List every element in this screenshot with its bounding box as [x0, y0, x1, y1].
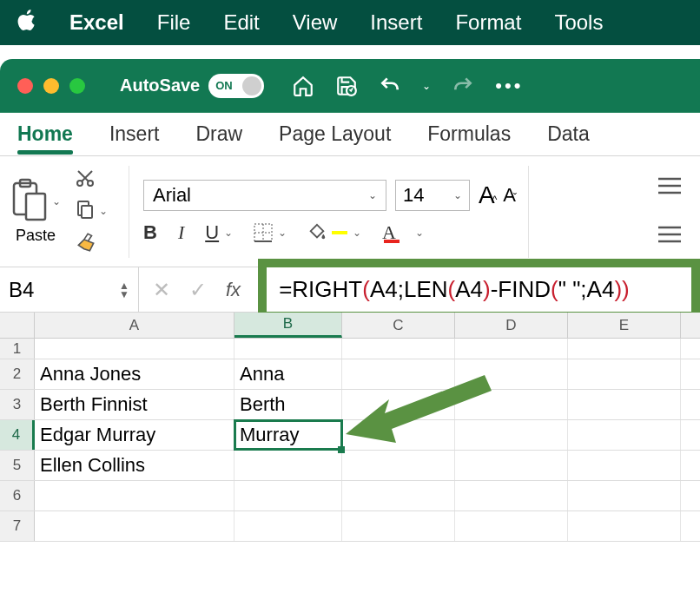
cell[interactable]: [455, 359, 568, 389]
row-header[interactable]: 2: [0, 359, 35, 389]
cell[interactable]: [455, 339, 568, 359]
cell[interactable]: [342, 511, 455, 541]
column-header-a[interactable]: A: [35, 313, 234, 338]
tab-home[interactable]: Home: [17, 122, 73, 146]
cell[interactable]: [234, 451, 342, 480]
cancel-icon[interactable]: ✕: [153, 278, 170, 302]
home-icon[interactable]: [292, 75, 314, 97]
app-name[interactable]: Excel: [69, 10, 124, 35]
chevron-down-icon: ⌄: [415, 227, 424, 239]
cell-selected[interactable]: Murray: [234, 420, 342, 450]
column-header-d[interactable]: D: [455, 313, 568, 338]
cell[interactable]: Anna Jones: [35, 359, 234, 389]
menu-format[interactable]: Format: [455, 10, 521, 35]
underline-button[interactable]: U ⌄: [205, 221, 233, 244]
cell[interactable]: [455, 451, 568, 480]
row-header[interactable]: 1: [0, 339, 35, 359]
bold-button[interactable]: B: [143, 221, 157, 244]
menu-insert[interactable]: Insert: [370, 10, 422, 35]
row-header[interactable]: 7: [0, 511, 35, 541]
font-size-select[interactable]: 14 ⌄: [395, 180, 470, 211]
menu-file[interactable]: File: [157, 10, 191, 35]
tab-draw[interactable]: Draw: [195, 122, 242, 146]
tab-formulas[interactable]: Formulas: [427, 122, 511, 146]
column-header-e[interactable]: E: [568, 313, 681, 338]
column-header-c[interactable]: C: [342, 313, 455, 338]
fill-color-button[interactable]: ⌄: [307, 223, 361, 242]
cell[interactable]: [568, 511, 681, 541]
minimize-window-button[interactable]: [43, 78, 59, 94]
cell[interactable]: [234, 511, 342, 541]
copy-icon[interactable]: [75, 199, 96, 223]
cell[interactable]: [342, 481, 455, 510]
zoom-window-button[interactable]: [69, 78, 85, 94]
autosave-toggle[interactable]: ON: [208, 74, 264, 98]
cell[interactable]: [568, 359, 681, 389]
menu-edit[interactable]: Edit: [223, 10, 259, 35]
cell[interactable]: [342, 339, 455, 359]
grid-body: 1 2 Anna Jones Anna 3 Berth Finnist Bert…: [0, 339, 700, 542]
cell[interactable]: Ellen Collins: [35, 451, 234, 480]
cell[interactable]: [342, 390, 455, 419]
cell[interactable]: Edgar Murray: [35, 420, 234, 450]
enter-icon[interactable]: ✓: [189, 278, 207, 302]
cell[interactable]: [568, 339, 681, 359]
row-header[interactable]: 4: [0, 420, 35, 450]
fx-icon[interactable]: fx: [226, 279, 241, 301]
cell[interactable]: Berth Finnist: [35, 390, 234, 419]
font-name-select[interactable]: Arial ⌄: [143, 180, 386, 211]
name-box[interactable]: ▲▼: [0, 267, 139, 312]
row-header[interactable]: 3: [0, 390, 35, 419]
font-color-button[interactable]: A ⌄: [382, 221, 424, 244]
cell[interactable]: Berth: [234, 390, 342, 419]
cell[interactable]: [568, 420, 681, 450]
undo-icon[interactable]: [379, 75, 401, 97]
cell[interactable]: [568, 481, 681, 510]
cell[interactable]: Anna: [234, 359, 342, 389]
borders-button[interactable]: ⌄: [254, 223, 287, 242]
copy-dropdown-icon[interactable]: ⌄: [99, 205, 108, 217]
save-icon[interactable]: [335, 75, 358, 97]
cell[interactable]: [35, 481, 234, 510]
cell[interactable]: [455, 481, 568, 510]
cell[interactable]: [455, 420, 568, 450]
select-all-corner[interactable]: [0, 313, 35, 338]
cell[interactable]: [234, 339, 342, 359]
menu-tools[interactable]: Tools: [554, 10, 603, 35]
close-window-button[interactable]: [17, 78, 33, 94]
cell[interactable]: [568, 390, 681, 419]
undo-dropdown-icon[interactable]: ⌄: [422, 80, 431, 92]
cell[interactable]: [568, 451, 681, 480]
paste-icon[interactable]: [10, 178, 47, 225]
cell[interactable]: [342, 451, 455, 480]
name-box-stepper[interactable]: ▲▼: [119, 281, 129, 299]
row-header[interactable]: 5: [0, 451, 35, 480]
grid-row: 1: [0, 339, 700, 359]
tab-page-layout[interactable]: Page Layout: [279, 122, 391, 146]
column-header-b[interactable]: B: [234, 313, 342, 338]
cell[interactable]: [342, 420, 455, 450]
name-box-input[interactable]: [9, 278, 87, 302]
tab-data[interactable]: Data: [547, 122, 590, 146]
cell[interactable]: [35, 339, 234, 359]
increase-font-icon[interactable]: A^: [479, 181, 494, 209]
apple-logo-icon[interactable]: [16, 9, 36, 37]
more-icon[interactable]: •••: [495, 75, 523, 97]
cell[interactable]: [234, 481, 342, 510]
formula-input[interactable]: =RIGHT(A4;LEN(A4)-FIND(" ";A4)): [258, 259, 700, 320]
align-icon[interactable]: [658, 177, 681, 198]
paste-dropdown-icon[interactable]: ⌄: [52, 195, 61, 207]
cell[interactable]: [342, 359, 455, 389]
cut-icon[interactable]: [75, 168, 96, 192]
menu-view[interactable]: View: [293, 10, 338, 35]
decrease-font-icon[interactable]: Aˇ: [503, 184, 514, 207]
tab-insert[interactable]: Insert: [109, 122, 160, 146]
align-icon[interactable]: [658, 226, 681, 247]
cell[interactable]: [35, 511, 234, 541]
italic-button[interactable]: I: [178, 221, 184, 244]
format-painter-icon[interactable]: [75, 230, 97, 256]
redo-icon[interactable]: [452, 75, 474, 97]
row-header[interactable]: 6: [0, 481, 35, 510]
cell[interactable]: [455, 390, 568, 419]
cell[interactable]: [455, 511, 568, 541]
